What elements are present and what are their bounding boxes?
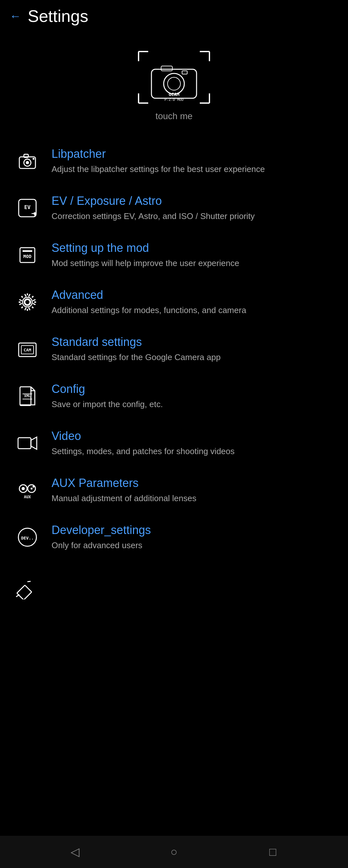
- logo-container[interactable]: GCAM P-Z-D MOD: [135, 45, 213, 110]
- settings-list: Libpatcher Adjust the libpatcher setting…: [0, 137, 348, 567]
- nav-back-button[interactable]: ◁: [62, 839, 88, 865]
- ev-subtitle: Correction settings EV, Astro, and ISO /…: [52, 210, 335, 222]
- nav-home-button[interactable]: ○: [161, 839, 187, 865]
- standard-text: Standard settings Standard settings for …: [52, 335, 335, 363]
- video-subtitle: Settings, modes, and patches for shootin…: [52, 445, 335, 457]
- libpatcher-title: Libpatcher: [52, 147, 335, 161]
- svg-text:XML: XML: [24, 394, 31, 398]
- camera-icon: [13, 147, 42, 176]
- svg-text:GCAM: GCAM: [169, 92, 179, 97]
- svg-rect-27: [18, 438, 31, 448]
- aux-subtitle: Manual adjustment of additional lenses: [52, 492, 335, 504]
- svg-point-18: [25, 300, 30, 305]
- header: ← Settings: [0, 0, 348, 35]
- video-text: Video Settings, modes, and patches for s…: [52, 429, 335, 457]
- settings-item-video[interactable]: Video Settings, modes, and patches for s…: [0, 420, 348, 467]
- xml-icon: XML: [13, 382, 42, 411]
- mod-text: Setting up the mod Mod settings will hel…: [52, 241, 335, 269]
- libpatcher-subtitle: Adjust the libpatcher settings for the b…: [52, 163, 335, 175]
- svg-marker-28: [31, 437, 37, 449]
- video-icon: [13, 429, 42, 458]
- svg-text:EV: EV: [24, 204, 31, 210]
- ev-text: EV / Exposure / Astro Correction setting…: [52, 194, 335, 222]
- svg-point-9: [26, 161, 29, 164]
- svg-text:AUX: AUX: [24, 495, 31, 499]
- video-title: Video: [52, 429, 335, 443]
- svg-point-11: [33, 158, 34, 160]
- svg-rect-3: [161, 66, 172, 71]
- mod-subtitle: Mod settings will help improve the user …: [52, 257, 335, 269]
- settings-item-mod[interactable]: MOD Setting up the mod Mod settings will…: [0, 231, 348, 279]
- developer-subtitle: Only for advanced users: [52, 539, 335, 551]
- svg-text:MOD: MOD: [23, 254, 31, 259]
- svg-text:DEV..: DEV..: [21, 536, 33, 540]
- svg-point-30: [22, 487, 25, 490]
- settings-item-developer[interactable]: DEV.. Developer_settings Only for advanc…: [0, 514, 348, 561]
- back-button[interactable]: ←: [10, 9, 21, 23]
- advanced-text: Advanced Additional settings for modes, …: [52, 288, 335, 316]
- dev-icon: DEV..: [13, 523, 42, 552]
- aux-title: AUX Parameters: [52, 476, 335, 490]
- svg-point-33: [33, 486, 34, 488]
- config-text: Config Save or import the config, etc.: [52, 382, 335, 410]
- svg-point-2: [168, 77, 180, 90]
- svg-rect-4: [182, 71, 187, 74]
- advanced-title: Advanced: [52, 288, 335, 302]
- settings-item-advanced[interactable]: Advanced Additional settings for modes, …: [0, 279, 348, 326]
- svg-point-1: [164, 73, 184, 94]
- bottom-toolbar: [0, 567, 348, 610]
- svg-point-14: [33, 212, 36, 215]
- advanced-subtitle: Additional settings for modes, functions…: [52, 304, 335, 316]
- nav-bar: ◁ ○ □: [0, 836, 348, 868]
- svg-rect-17: [23, 250, 32, 252]
- settings-item-ev[interactable]: EV EV / Exposure / Astro Correction sett…: [0, 185, 348, 231]
- config-subtitle: Save or import the config, etc.: [52, 398, 335, 410]
- aux-text: AUX Parameters Manual adjustment of addi…: [52, 476, 335, 504]
- aux-icon: AUX: [13, 476, 42, 505]
- settings-item-aux[interactable]: AUX AUX Parameters Manual adjustment of …: [0, 467, 348, 514]
- settings-item-config[interactable]: XML Config Save or import the config, et…: [0, 373, 348, 420]
- ev-title: EV / Exposure / Astro: [52, 194, 335, 208]
- page-title: Settings: [28, 6, 88, 26]
- svg-rect-10: [24, 154, 28, 157]
- logo-section[interactable]: GCAM P-Z-D MOD touch me: [0, 35, 348, 137]
- svg-point-32: [31, 488, 33, 490]
- nav-recent-button[interactable]: □: [260, 839, 286, 865]
- mod-title: Setting up the mod: [52, 241, 335, 255]
- touch-me-label: touch me: [155, 111, 192, 121]
- developer-text: Developer_settings Only for advanced use…: [52, 523, 335, 551]
- cam-icon: CAM: [13, 335, 42, 364]
- edit-icon[interactable]: [13, 577, 35, 601]
- ev-icon: EV: [13, 193, 42, 222]
- gear-icon: [13, 288, 42, 317]
- svg-text:P-Z-D MOD: P-Z-D MOD: [164, 98, 184, 102]
- svg-text:CAM: CAM: [24, 347, 31, 352]
- developer-title: Developer_settings: [52, 523, 335, 537]
- standard-title: Standard settings: [52, 335, 335, 349]
- libpatcher-text: Libpatcher Adjust the libpatcher setting…: [52, 147, 335, 175]
- config-title: Config: [52, 382, 335, 396]
- settings-item-libpatcher[interactable]: Libpatcher Adjust the libpatcher setting…: [0, 137, 348, 185]
- standard-subtitle: Standard settings for the Google Camera …: [52, 351, 335, 363]
- mod-icon: MOD: [13, 241, 42, 270]
- svg-line-39: [27, 581, 31, 582]
- svg-rect-37: [17, 585, 32, 599]
- settings-item-standard[interactable]: CAM Standard settings Standard settings …: [0, 326, 348, 373]
